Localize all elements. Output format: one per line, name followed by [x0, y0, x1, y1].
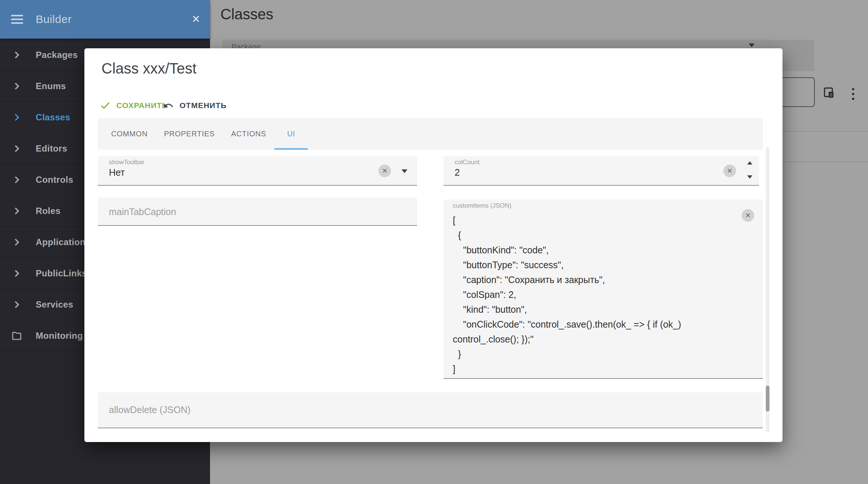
field-value: Нет: [109, 167, 125, 178]
colcount-number-field[interactable]: colCount 2 ✕: [443, 156, 759, 186]
chevron-right-icon: [12, 113, 22, 122]
check-icon: [100, 100, 110, 111]
class-edit-dialog: Class xxx/Test СОХРАНИТЬ ОТМЕНИТЬ COMMON…: [84, 48, 783, 442]
dropdown-arrow-icon[interactable]: [401, 169, 407, 173]
folder-icon: [12, 331, 22, 341]
field-label: colCount: [455, 159, 480, 166]
customitems-json-field[interactable]: customItems (JSON) ✕ [ { "buttonKind": "…: [443, 199, 763, 379]
chevron-right-icon: [12, 175, 22, 185]
dialog-scrollbar-thumb[interactable]: [766, 386, 769, 412]
active-tab-indicator: [274, 148, 308, 150]
allowdelete-json-field[interactable]: allowDelete (JSON): [98, 392, 763, 428]
maintabcaption-text-field[interactable]: mainTabCaption: [98, 198, 417, 226]
tab-common[interactable]: COMMON: [103, 118, 156, 150]
chevron-right-icon: [12, 300, 22, 309]
undo-icon: [163, 100, 174, 111]
chevron-right-icon: [12, 81, 22, 91]
clear-icon[interactable]: ✕: [742, 209, 754, 222]
clear-icon[interactable]: ✕: [378, 165, 391, 177]
tab-actions[interactable]: ACTIONS: [223, 118, 275, 150]
field-label: customItems (JSON): [453, 202, 512, 209]
spinner-down-icon[interactable]: [747, 175, 752, 179]
menu-icon[interactable]: [11, 15, 23, 24]
save-button[interactable]: СОХРАНИТЬ: [100, 95, 168, 116]
dialog-title: Class xxx/Test: [101, 60, 197, 77]
chevron-right-icon: [12, 144, 22, 153]
chevron-right-icon: [12, 206, 22, 216]
tab-properties[interactable]: PROPERTIES: [156, 118, 223, 150]
chevron-right-icon: [12, 50, 22, 60]
json-editor-content[interactable]: [ { "buttonKind": "code", "buttonType": …: [453, 213, 739, 376]
field-placeholder: allowDelete (JSON): [109, 405, 191, 415]
dialog-scrollbar-track[interactable]: [766, 147, 769, 433]
close-icon[interactable]: ✕: [192, 0, 200, 39]
dialog-tabbar: COMMON PROPERTIES ACTIONS UI: [98, 118, 763, 150]
field-label: showToolbar: [109, 159, 144, 166]
app-root: Classes Package Builder ✕: [0, 0, 868, 484]
sidebar-title: Builder: [36, 0, 72, 39]
chevron-right-icon: [12, 269, 22, 278]
field-value: 2: [455, 167, 460, 178]
chevron-right-icon: [12, 237, 22, 247]
showtoolbar-select-field[interactable]: showToolbar Нет ✕: [98, 156, 417, 186]
spinner-up-icon[interactable]: [747, 161, 752, 165]
sidebar-header: Builder ✕: [0, 0, 210, 39]
tab-ui[interactable]: UI: [274, 118, 308, 150]
cancel-button[interactable]: ОТМЕНИТЬ: [163, 95, 227, 116]
field-placeholder: mainTabCaption: [109, 207, 176, 217]
clear-icon[interactable]: ✕: [723, 165, 736, 177]
